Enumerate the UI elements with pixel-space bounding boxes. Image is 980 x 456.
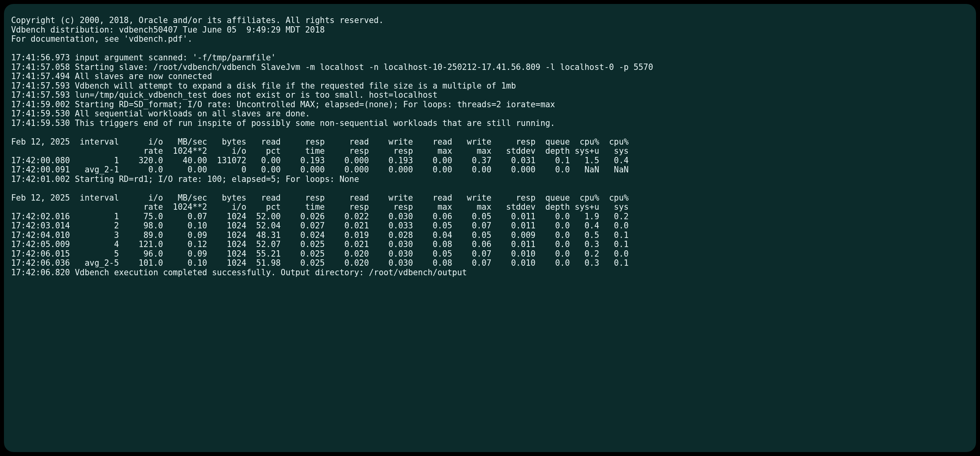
terminal-output: Copyright (c) 2000, 2018, Oracle and/or …	[4, 4, 976, 452]
